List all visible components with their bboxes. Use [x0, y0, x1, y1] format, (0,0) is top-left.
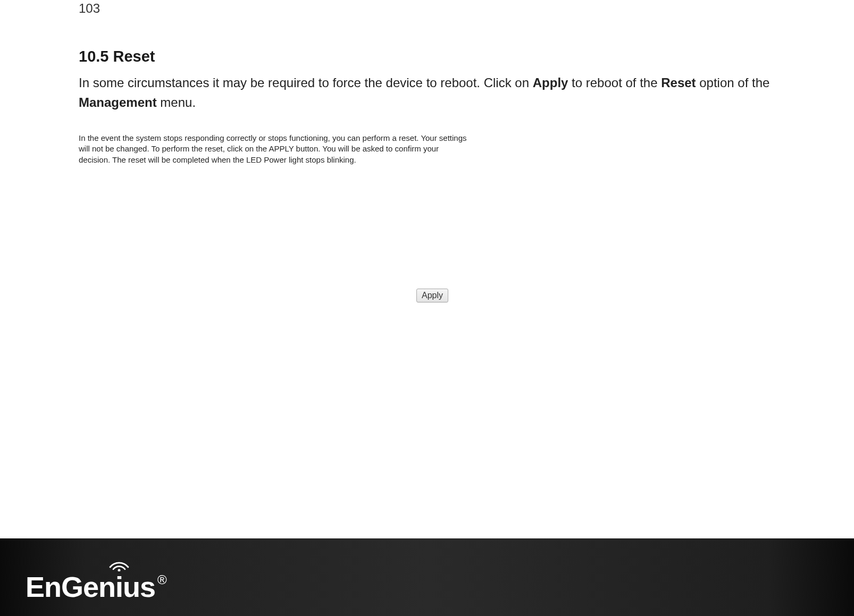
brand-logo: EnGen ius®	[26, 570, 166, 603]
logo-part-en: EnGen	[26, 570, 115, 603]
page-number: 103	[79, 1, 100, 16]
intro-bold-management: Management	[79, 95, 157, 109]
screenshot-description: In the event the system stops responding…	[79, 133, 472, 165]
intro-bold-reset: Reset	[661, 75, 696, 90]
intro-text-pre: In some circumstances it may be required…	[79, 75, 533, 90]
registered-symbol: ®	[157, 572, 166, 587]
intro-paragraph: In some circumstances it may be required…	[79, 73, 775, 112]
footer-band: EnGen ius®	[0, 538, 854, 616]
screenshot-region: In the event the system stops responding…	[79, 133, 483, 165]
section-heading: 10.5 Reset	[79, 48, 775, 65]
intro-bold-apply: Apply	[533, 75, 568, 90]
wifi-icon	[108, 556, 130, 571]
intro-text-end: menu.	[157, 95, 196, 109]
logo-part-us: us	[123, 570, 155, 603]
apply-button-container: Apply	[416, 289, 448, 302]
brand-logo-text: EnGen ius®	[26, 570, 166, 603]
svg-point-0	[118, 569, 121, 572]
apply-button[interactable]: Apply	[416, 289, 448, 302]
logo-i-with-wifi: i	[115, 570, 123, 603]
intro-text-mid2: option of the	[696, 75, 770, 90]
main-content: 10.5 Reset In some circumstances it may …	[79, 48, 775, 112]
intro-text-mid1: to reboot of the	[568, 75, 661, 90]
